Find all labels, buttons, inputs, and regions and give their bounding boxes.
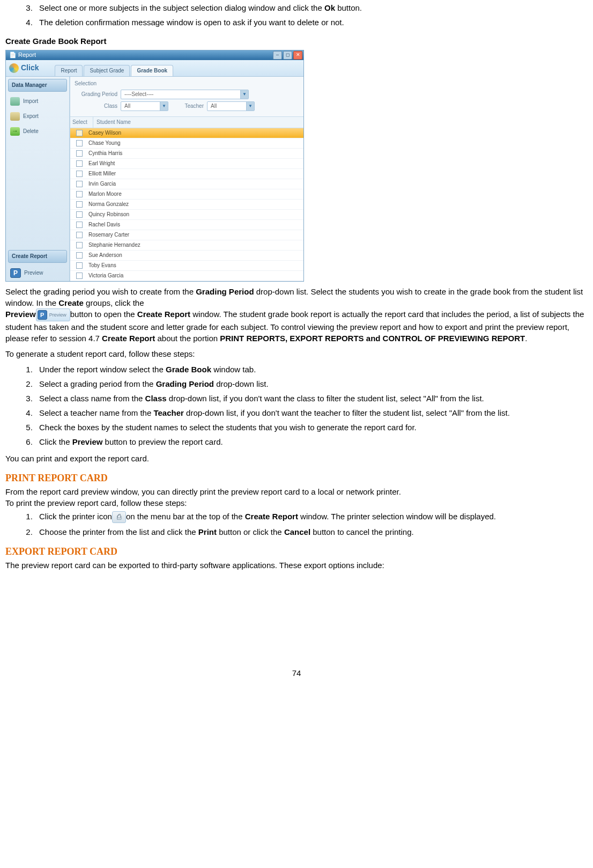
steps-intro: To generate a student report card, follo…	[5, 348, 588, 359]
sidebar-item-import[interactable]: Import	[6, 94, 69, 109]
list-item: Check the boxes by the student names to …	[35, 422, 588, 433]
column-select: Select	[70, 117, 93, 128]
label-class: Class	[75, 102, 117, 110]
table-row[interactable]: Cynthia Harris	[70, 149, 303, 159]
checkbox[interactable]	[76, 150, 83, 157]
list-item: The deletion confirmation message window…	[35, 17, 588, 28]
chevron-down-icon: ▼	[160, 102, 168, 111]
checkbox[interactable]	[76, 252, 83, 259]
sidebar-item-delete[interactable]: Delete	[6, 124, 69, 139]
export-icon	[10, 112, 20, 121]
intro-steps-list: Select one or more subjects in the subje…	[5, 2, 588, 28]
print-steps-list: Click the printer icon⎙on the menu bar a…	[5, 511, 588, 538]
app-header: Click Report Subject Grade Grade Book	[6, 60, 303, 77]
checkbox[interactable]	[76, 181, 83, 187]
checkbox[interactable]	[76, 232, 83, 238]
table-row[interactable]: Stephanie Hernandez	[70, 240, 303, 251]
sidebar-item-label: Preview	[24, 269, 43, 277]
student-list-header: Select Student Name	[70, 117, 303, 128]
checkbox[interactable]	[76, 242, 83, 248]
body-paragraph: The preview report card can be exported …	[5, 560, 588, 571]
student-name: Toby Evans	[88, 262, 116, 269]
checkbox[interactable]	[76, 273, 83, 279]
heading-print-report-card: PRINT REPORT CARD	[5, 472, 588, 485]
list-item: Click the Preview button to preview the …	[35, 436, 588, 447]
student-name: Victoria Garcia	[88, 272, 123, 279]
minimize-button[interactable]: –	[273, 51, 282, 60]
preview-button-inline[interactable]: P Preview	[36, 308, 70, 321]
page-number: 74	[5, 667, 588, 679]
list-item: Choose the printer from the list and cli…	[35, 526, 588, 538]
table-row[interactable]: Rachel Davis	[70, 220, 303, 230]
dropdown-class[interactable]: All ▼	[121, 101, 168, 111]
checkbox[interactable]	[76, 130, 83, 136]
student-name: Norma Gonzalez	[88, 201, 129, 208]
list-item: Click the printer icon⎙on the menu bar a…	[35, 511, 588, 523]
student-name: Irvin Garcia	[88, 180, 116, 188]
window-title: 📄 Report	[9, 51, 36, 59]
dropdown-teacher[interactable]: All ▼	[207, 101, 255, 111]
table-row[interactable]: Norma Gonzalez	[70, 200, 303, 210]
section-title: Create Grade Book Report	[5, 35, 588, 47]
student-name: Rosemary Carter	[88, 231, 129, 239]
checkbox[interactable]	[76, 191, 83, 197]
list-item: Select a grading period from the Grading…	[35, 378, 588, 389]
sidebar-item-label: Import	[23, 98, 38, 105]
checkbox[interactable]	[76, 140, 83, 146]
table-row[interactable]: Elliott Miller	[70, 169, 303, 179]
student-name: Marlon Moore	[88, 190, 122, 198]
sidebar-header-create-report[interactable]: Create Report	[8, 250, 67, 263]
student-name: Stephanie Hernandez	[88, 241, 140, 249]
table-row[interactable]: Toby Evans	[70, 261, 303, 271]
preview-icon: P	[10, 268, 21, 278]
checkbox[interactable]	[76, 171, 83, 177]
body-paragraph: From the report card preview window, you…	[5, 486, 588, 497]
student-name: Elliott Miller	[88, 170, 116, 178]
generate-steps-list: Under the report window select the Grade…	[5, 364, 588, 447]
table-row[interactable]: Earl Wright	[70, 159, 303, 169]
sidebar-item-export[interactable]: Export	[6, 109, 69, 124]
logo-text: Click	[21, 63, 39, 73]
sidebar-item-label: Export	[23, 113, 39, 120]
logo-icon	[9, 63, 19, 73]
checkbox[interactable]	[76, 222, 83, 228]
dropdown-value: All	[207, 102, 246, 110]
table-row[interactable]: Rosemary Carter	[70, 230, 303, 240]
tab-report[interactable]: Report	[55, 65, 83, 76]
student-name: Rachel Davis	[88, 221, 120, 229]
student-name: Quincy Robinson	[88, 211, 129, 218]
table-row[interactable]: Sue Anderson	[70, 251, 303, 261]
maximize-button[interactable]: ◻	[283, 51, 292, 60]
student-name: Sue Anderson	[88, 252, 122, 259]
student-list: Casey WilsonChase YoungCynthia HarrisEar…	[70, 128, 303, 281]
app-window: 📄 Report – ◻ ✕ Click Report Subject Grad…	[5, 50, 304, 282]
body-paragraph: To print the preview report card, follow…	[5, 497, 588, 509]
table-row[interactable]: Quincy Robinson	[70, 210, 303, 220]
table-row[interactable]: Chase Young	[70, 138, 303, 149]
printer-icon[interactable]: ⎙	[112, 511, 126, 523]
checkbox[interactable]	[76, 201, 83, 208]
table-row[interactable]: Victoria Garcia	[70, 271, 303, 281]
heading-export-report-card: EXPORT REPORT CARD	[5, 545, 588, 558]
checkbox[interactable]	[76, 211, 83, 218]
list-item: Select a teacher name from the Teacher d…	[35, 407, 588, 418]
tab-grade-book[interactable]: Grade Book	[131, 65, 173, 76]
checkbox[interactable]	[76, 262, 83, 269]
tabs: Report Subject Grade Grade Book	[55, 60, 174, 76]
sidebar-item-preview[interactable]: P Preview	[6, 265, 69, 281]
dropdown-value: ----Select----	[121, 91, 240, 98]
table-row[interactable]: Irvin Garcia	[70, 179, 303, 189]
student-name: Cynthia Harris	[88, 150, 122, 157]
tab-subject-grade[interactable]: Subject Grade	[84, 65, 130, 76]
preview-icon: P	[38, 310, 47, 320]
chevron-down-icon: ▼	[240, 90, 248, 99]
preview-button-label: Preview	[49, 312, 66, 319]
checkbox[interactable]	[76, 160, 83, 167]
close-button[interactable]: ✕	[293, 51, 302, 60]
sidebar-header-data-manager[interactable]: Data Manager	[8, 79, 67, 92]
student-name: Earl Wright	[88, 160, 115, 167]
dropdown-value: All	[121, 102, 160, 110]
table-row[interactable]: Marlon Moore	[70, 189, 303, 200]
table-row[interactable]: Casey Wilson	[70, 128, 303, 138]
dropdown-grading-period[interactable]: ----Select---- ▼	[121, 90, 249, 99]
